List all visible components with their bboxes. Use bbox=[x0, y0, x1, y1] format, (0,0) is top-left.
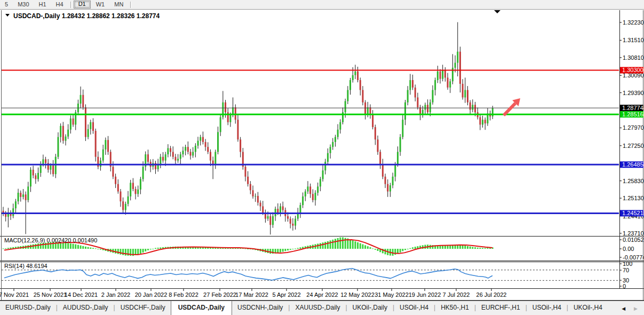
tab-usdcnh-daily[interactable]: USDCNH-,Daily bbox=[232, 301, 288, 315]
tab-usoil-h4[interactable]: USOil-,H4 bbox=[394, 301, 434, 315]
date-tick-label: 2 Jan 2022 bbox=[101, 292, 130, 298]
date-tick-label: 7 Jul 2022 bbox=[443, 292, 470, 298]
symbol-ohlc-readout: USDCAD-,Daily 1.28432 1.28862 1.28326 1.… bbox=[13, 12, 160, 20]
macd-label: MACD(12,26,9) 0.002420 0.001490 bbox=[4, 237, 97, 243]
period-button-d1[interactable]: D1 bbox=[74, 1, 91, 9]
date-tick-label: 14 Dec 2021 bbox=[65, 292, 98, 298]
tab-ukoil-h4[interactable]: UKOil-,H4 bbox=[568, 301, 608, 315]
tab-eurusd-daily[interactable]: EURUSD-,Daily bbox=[0, 301, 56, 315]
price-tick-label: 1.25130 bbox=[623, 195, 644, 201]
price-badge-label: 1.28516 bbox=[622, 111, 643, 117]
date-tick-label: 19 Jun 2022 bbox=[409, 292, 441, 298]
date-tick-label: 26 Jul 2022 bbox=[476, 292, 507, 298]
price-badge-label: 1.24521 bbox=[622, 210, 643, 216]
price-tick-label: 1.30810 bbox=[623, 54, 644, 61]
date-tick-label: 8 Feb 2022 bbox=[169, 292, 198, 298]
tab-eurchf-h1[interactable]: EURCHF-,H1 bbox=[476, 301, 526, 315]
macd-axis-label: -0.00774 bbox=[623, 254, 644, 261]
period-button-h4[interactable]: H4 bbox=[52, 1, 68, 8]
tab-usdcad-daily[interactable]: USDCAD-,Daily bbox=[171, 301, 232, 315]
period-button-w1[interactable]: W1 bbox=[92, 1, 109, 8]
date-tick-label: 17 Mar 2022 bbox=[235, 292, 268, 298]
rsi-axis-label: 70 bbox=[623, 267, 629, 273]
date-tick-label: 7 Nov 2021 bbox=[0, 292, 29, 298]
macd-axis-label: 0.00 bbox=[623, 246, 634, 252]
date-tick-label: 5 Apr 2022 bbox=[272, 292, 300, 298]
price-tick-label: 1.23710 bbox=[623, 230, 644, 237]
tab-ukoil-daily[interactable]: UKOil-,Daily bbox=[347, 301, 393, 315]
tab-xauusd-daily[interactable]: XAUUSD-,Daily bbox=[290, 301, 345, 315]
price-tick-label: 1.27970 bbox=[623, 124, 644, 131]
price-badge-label: 1.26485 bbox=[622, 161, 643, 168]
price-tick-label: 1.32230 bbox=[623, 19, 644, 26]
trading-app-window: USDCAD-,Daily 1.28432 1.28862 1.28326 1.… bbox=[0, 0, 644, 315]
period-button-mn[interactable]: MN bbox=[110, 1, 128, 8]
rsi-axis-label: 100 bbox=[623, 261, 632, 267]
chart-title: USDCAD-,Daily 1.28432 1.28862 1.28326 1.… bbox=[5, 12, 160, 20]
tab-audusd-daily[interactable]: AUDUSD-,Daily bbox=[58, 301, 114, 315]
price-tick-label: 1.27250 bbox=[623, 143, 644, 149]
date-tick-label: 24 Apr 2022 bbox=[306, 292, 338, 298]
price-tick-label: 1.31510 bbox=[623, 37, 644, 43]
date-tick-label: 20 Jan 2022 bbox=[135, 292, 168, 298]
price-badge-label: 1.28774 bbox=[622, 105, 643, 111]
macd-axis-label: 0.01052 bbox=[623, 237, 644, 243]
tab-usdchf-daily[interactable]: USDCHF-,Daily bbox=[115, 301, 171, 315]
tab-usoil-h4[interactable]: USOil-,H4 bbox=[527, 301, 567, 315]
toolbar-separator bbox=[70, 2, 71, 8]
chart-window-bg bbox=[0, 10, 644, 300]
rsi-axis-label: 0 bbox=[623, 283, 626, 289]
toolbar-separator bbox=[130, 2, 131, 8]
chart-canvas[interactable]: USDCAD-,Daily 1.28432 1.28862 1.28326 1.… bbox=[0, 0, 644, 315]
date-tick-label: 31 May 2022 bbox=[375, 292, 409, 298]
period-button-h1[interactable]: H1 bbox=[35, 1, 51, 8]
date-tick-label: 25 Nov 2021 bbox=[34, 292, 67, 298]
tabs-scroll-right-icon[interactable]: ▶ bbox=[634, 306, 638, 311]
price-tick-label: 1.25830 bbox=[623, 178, 644, 184]
price-tick-label: 1.29390 bbox=[623, 90, 644, 96]
period-button-5[interactable]: 5 bbox=[1, 1, 12, 8]
symbol-tabbar: EURUSD-,Daily|AUDUSD-,Daily|USDCHF-,Dail… bbox=[0, 301, 644, 315]
date-tick-label: 12 May 2022 bbox=[340, 292, 375, 298]
tabs-scroll-left-icon[interactable]: ◀ bbox=[622, 306, 625, 311]
period-button-m30[interactable]: M30 bbox=[13, 1, 33, 8]
rsi-label: RSI(14) 48.6194 bbox=[4, 263, 47, 269]
date-tick-label: 27 Feb 2022 bbox=[203, 292, 236, 298]
tab-hk50-h1[interactable]: HK50-,H1 bbox=[435, 301, 474, 315]
timeframe-toolbar: 5M30H1H4D1W1MN bbox=[0, 0, 644, 10]
price-badge-label: 1.30300 bbox=[622, 67, 643, 73]
tabs-scroll-buttons: ◀▶ bbox=[618, 301, 644, 315]
